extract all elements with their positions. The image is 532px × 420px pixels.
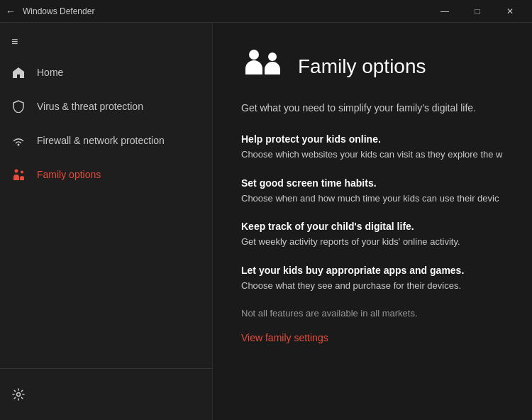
sidebar-item-home[interactable]: Home (0, 55, 212, 89)
window-controls: — □ ✕ (428, 0, 526, 23)
sidebar-item-settings[interactable] (0, 377, 212, 411)
feature-desc-3: Choose what they see and purchase for th… (241, 279, 504, 293)
svg-point-2 (21, 171, 23, 174)
feature-title-2: Keep track of your child's digital life. (241, 221, 504, 232)
shield-icon (11, 99, 26, 114)
feature-block-2: Keep track of your child's digital life.… (241, 221, 504, 249)
app-container: ≡ Home Virus & threat protection (0, 23, 532, 420)
window-title: Windows Defender (23, 6, 428, 16)
sidebar-bottom (0, 368, 212, 420)
sidebar-item-firewall-label: Firewall & network protection (37, 135, 165, 146)
svg-point-5 (268, 52, 277, 61)
page-title: Family options (298, 55, 426, 78)
home-icon (11, 65, 26, 79)
feature-block-0: Help protect your kids online. Choose wh… (241, 133, 504, 162)
feature-title-1: Set good screen time habits. (241, 177, 504, 189)
sidebar-item-home-label: Home (37, 67, 63, 78)
svg-point-0 (18, 144, 20, 146)
wifi-icon (11, 133, 26, 148)
feature-block-1: Set good screen time habits. Choose when… (241, 177, 504, 206)
hamburger-button[interactable]: ≡ (0, 28, 212, 55)
page-header: Family options (241, 45, 504, 88)
sidebar-item-family[interactable]: Family options (0, 158, 212, 192)
feature-desc-2: Get weekly activity reports of your kids… (241, 235, 504, 249)
view-family-settings-link[interactable]: View family settings (241, 332, 328, 343)
feature-desc-0: Choose which websites your kids can visi… (241, 148, 504, 162)
sidebar-item-virus[interactable]: Virus & threat protection (0, 89, 212, 123)
sidebar-spacer (0, 192, 212, 368)
close-button[interactable]: ✕ (494, 0, 526, 23)
svg-point-3 (17, 393, 21, 397)
sidebar-item-virus-label: Virus & threat protection (37, 101, 143, 112)
sidebar: ≡ Home Virus & threat protection (0, 23, 213, 420)
minimize-button[interactable]: — (428, 0, 461, 23)
family-icon (11, 167, 26, 182)
feature-block-3: Let your kids buy appropriate apps and g… (241, 265, 504, 293)
page-subtitle: Get what you need to simplify your famil… (241, 102, 504, 114)
sidebar-item-firewall[interactable]: Firewall & network protection (0, 123, 212, 158)
sidebar-item-family-label: Family options (37, 169, 101, 180)
page-icon (241, 45, 284, 88)
back-button[interactable]: ← (6, 6, 16, 17)
svg-point-1 (15, 170, 18, 173)
svg-point-4 (249, 50, 259, 60)
settings-icon (11, 387, 26, 402)
feature-title-3: Let your kids buy appropriate apps and g… (241, 265, 504, 276)
feature-desc-1: Choose when and how much time your kids … (241, 192, 504, 206)
feature-title-0: Help protect your kids online. (241, 133, 504, 145)
disclaimer-text: Not all features are available in all ma… (241, 308, 504, 319)
titlebar: ← Windows Defender — □ ✕ (0, 0, 532, 23)
maximize-button[interactable]: □ (461, 0, 494, 23)
main-content: Family options Get what you need to simp… (213, 23, 532, 420)
